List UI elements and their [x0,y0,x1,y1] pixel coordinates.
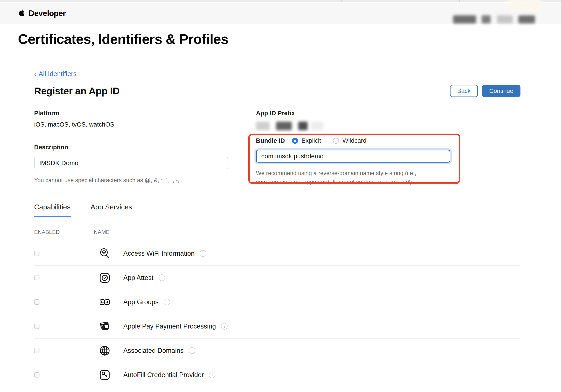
table-row: Apple Pay Payment Processing i [34,314,520,339]
description-helper: You cannot use special characters such a… [34,176,228,185]
seal-check-icon [94,272,116,284]
globe-icon [94,344,116,357]
strip-divider [3,0,3,2]
table-row: AutoFill Credential Provider i [34,363,520,387]
chevron-left-icon: ‹ [34,70,36,78]
wifi-search-icon [94,247,116,260]
redacted-item [276,122,292,130]
bundle-id-label: Bundle ID [256,137,285,144]
breadcrumb-all-identifiers[interactable]: ‹ All Identifiers [34,70,76,78]
brand-name: Developer [29,9,66,18]
back-button[interactable]: Back [450,85,478,97]
info-icon[interactable]: i [221,323,227,330]
apple-developer-logo[interactable]: Developer [17,9,66,18]
radio-unselected-icon[interactable] [333,138,339,144]
radio-explicit[interactable]: Explicit [292,137,321,144]
table-row: App Groups i [34,290,520,314]
page-title: Certificates, Identifiers & Profiles [18,31,544,47]
capability-name: Apple Pay Payment Processing [123,322,216,330]
radio-explicit-label[interactable]: Explicit [302,137,321,144]
info-icon[interactable]: i [164,299,170,305]
radio-wildcard-label[interactable]: Wildcard [342,137,367,144]
table-row: Associated Domains i [34,339,520,363]
redacted-item [453,15,476,23]
radio-wildcard[interactable]: Wildcard [333,137,367,144]
credit-cards-icon [94,320,116,332]
cursor-highlight-blob [508,0,542,12]
section-heading: Register an App ID [34,85,120,97]
redacted-item [311,122,323,130]
radio-selected-icon[interactable] [292,138,298,144]
table-row: App Attest i [34,266,520,290]
main-content: Certificates, Identifiers & Profiles ‹ A… [0,24,561,392]
capability-checkbox[interactable] [34,299,40,305]
capability-name: AutoFill Credential Provider [123,371,204,379]
redacted-item [518,15,535,23]
table-row: ClassKit i [34,387,520,392]
capability-checkbox[interactable] [34,275,40,280]
capability-name: App Groups [123,298,159,306]
info-icon[interactable]: i [200,250,206,257]
redacted-item [482,15,491,23]
platform-label: Platform [34,110,228,117]
tab-app-services[interactable]: App Services [91,203,132,217]
info-icon[interactable]: i [159,274,165,281]
table-row: Access WiFi Information i [34,241,520,266]
capability-name: Access WiFi Information [123,250,194,257]
app-id-prefix-label: App ID Prefix [256,110,450,117]
redacted-account-info [453,15,535,23]
capability-checkbox[interactable] [34,348,40,353]
capability-name: App Attest [123,274,153,282]
column-name: NAME [94,229,110,235]
table-header: ENABLED NAME [34,229,520,241]
capability-checkbox[interactable] [34,251,40,256]
info-icon[interactable]: i [209,371,216,378]
tab-capabilities[interactable]: Capabilities [34,203,71,217]
capability-name: Associated Domains [123,347,184,354]
column-enabled: ENABLED [34,229,94,235]
browser-strip [0,0,561,2]
strip-divider [230,0,230,2]
capability-checkbox[interactable] [34,324,40,329]
apple-icon [17,8,26,17]
tab-bar: Capabilities App Services [34,203,520,217]
redacted-item [298,122,308,130]
breadcrumb-label: All Identifiers [39,70,76,78]
description-label: Description [34,144,228,151]
redacted-item [256,122,270,130]
platform-value: iOS, macOS, tvOS, watchOS [34,121,228,128]
strip-divider [459,0,460,2]
site-header: Developer [0,2,561,24]
key-icon [94,369,116,381]
app-groups-icon [94,296,116,308]
info-icon[interactable]: i [189,347,195,354]
continue-button[interactable]: Continue [482,85,520,97]
capability-checkbox[interactable] [34,372,40,378]
strip-divider [342,0,342,2]
description-input[interactable] [34,157,228,169]
bundle-id-input[interactable] [256,150,450,163]
redacted-item [497,15,513,23]
bundle-id-helper: We recommend using a reverse-domain name… [256,169,420,186]
redacted-team-id [256,121,450,131]
